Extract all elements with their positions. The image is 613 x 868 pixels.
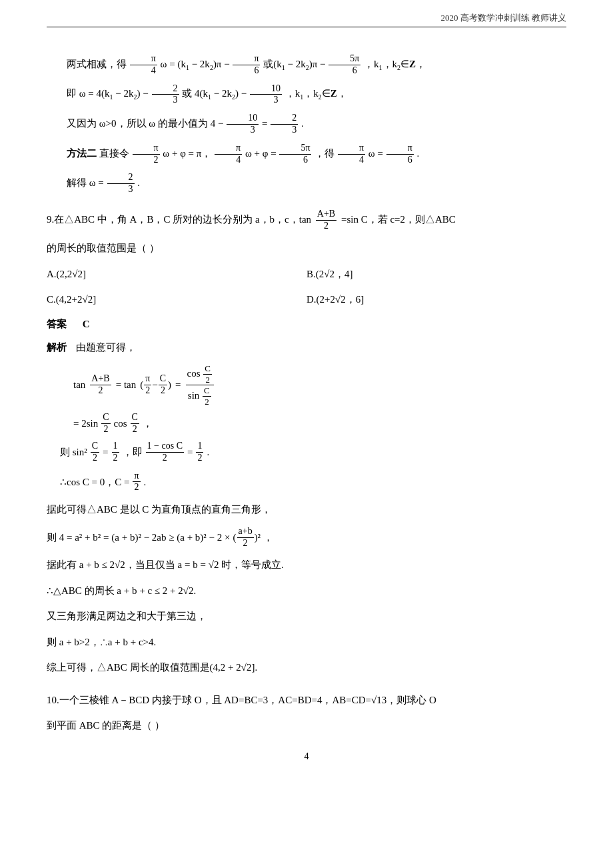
line-ab-bound: 据此有 a + b ≤ 2√2，当且仅当 a = b = √2 时，等号成立. xyxy=(47,555,566,575)
q9-line1: 9.在△ABC 中，角 A，B，C 所对的边长分别为 a，b，c，tan A+B… xyxy=(47,209,566,232)
q9-text3: 的周长的取值范围是（ ） xyxy=(47,243,159,253)
method2-label: 方法二 xyxy=(67,148,97,159)
page-number: 4 xyxy=(305,751,309,762)
q10-text2: 到平面 ABC 的距离是（ ） xyxy=(47,720,165,731)
option-b: B.(2√2，4] xyxy=(306,264,566,284)
analysis-text: 由题意可得， xyxy=(76,342,136,353)
formula-block1: tan A+B2 = tan (π2 − C2) = cos C2 sin C2 xyxy=(73,363,566,407)
main-content: 两式相减，得 π4 ω = (k1 − 2k2)π − π6 或(k1 − 2k… xyxy=(47,53,566,735)
options-row: A.(2,2√2] B.(2√2，4] xyxy=(47,264,566,284)
line-solution: 解得 ω = 23 . xyxy=(47,172,566,195)
answer-label: 答案 xyxy=(47,319,67,329)
method2-text: 直接令 xyxy=(99,148,132,159)
line-perimeter-bound: ∴△ABC 的周长 a + b + c ≤ 2 + 2√2. xyxy=(47,581,566,601)
line-cosC: ∴cos C = 0，C = π2 . xyxy=(60,471,566,494)
line-right-triangle: 据此可得△ABC 是以 C 为直角顶点的直角三角形， xyxy=(47,500,566,519)
line-ab-gt2: 则 a + b>2，∴a + b + c>4. xyxy=(47,633,566,652)
line-subtract: 两式相减，得 π4 ω = (k1 − 2k2)π − π6 或(k1 − 2k… xyxy=(47,53,566,77)
header-title: 2020 高考数学冲刺训练 教师讲义 xyxy=(441,13,567,23)
option-a: A.(2,2√2] xyxy=(47,264,306,284)
analysis-label: 解析 xyxy=(47,342,67,353)
q9-line2: 的周长的取值范围是（ ） xyxy=(47,239,566,258)
option-c: C.(4,2+2√2] xyxy=(47,289,306,309)
header: 2020 高考数学冲刺训练 教师讲义 xyxy=(47,12,566,27)
line-inequality: 则 4 = a² + b² = (a + b)² − 2ab ≥ (a + b)… xyxy=(47,526,566,549)
option-d: D.(2+2√2，6] xyxy=(306,289,566,309)
formula-sin2: 则 sin² C2 = 12 ，即 1 − cos C2 = 12 . xyxy=(60,441,566,464)
answer-value: C xyxy=(83,319,90,329)
analysis-line: 解析 由题意可得， xyxy=(47,338,566,357)
text-solution: 解得 ω = xyxy=(67,177,107,188)
formula-subtract: π4 ω = (k1 − 2k2)π − π6 或(k1 − 2k2)π − 5… xyxy=(129,59,426,69)
text-omega: 即 ω = 4(k1 − 2k2) − xyxy=(67,88,151,99)
line-omega: 即 ω = 4(k1 − 2k2) − 23 或 4(k1 − 2k2) − 1… xyxy=(47,83,566,107)
options-row2: C.(4,2+2√2] D.(2+2√2，6] xyxy=(47,289,566,309)
q9-text2: =sin C，若 c=2，则△ABC xyxy=(341,214,456,225)
page: 2020 高考数学冲刺训练 教师讲义 两式相减，得 π4 ω = (k1 − 2… xyxy=(0,0,613,782)
line-triangle-ineq: 又三角形满足两边之和大于第三边， xyxy=(47,607,566,626)
text-subtract: 两式相减，得 xyxy=(67,59,129,69)
line-omega-min: 又因为 ω>0，所以 ω 的最小值为 4 − 103 = 23 . xyxy=(47,113,566,136)
line-method2: 方法二 直接令 π2 ω + φ = π， π4 ω + φ = 5π6 ，得 … xyxy=(47,143,566,166)
text-omega3: ，k1，k2∈Z， xyxy=(285,88,347,99)
q10-text1: 10.一个三棱锥 A－BCD 内接于球 O，且 AD=BC=3，AC=BD=4，… xyxy=(47,695,436,705)
line-conclusion: 综上可得，△ABC 周长的取值范围是(4,2 + 2√2]. xyxy=(47,658,566,677)
q9-text1: 9.在△ABC 中，角 A，B，C 所对的边长分别为 a，b，c，tan xyxy=(47,214,311,225)
answer-line: 答案 C xyxy=(47,315,566,334)
q10-line1: 10.一个三棱锥 A－BCD 内接于球 O，且 AD=BC=3，AC=BD=4，… xyxy=(47,691,566,710)
formula-block2: = 2sin C2 cos C2 ， xyxy=(73,412,566,435)
q10-line2: 到平面 ABC 的距离是（ ） xyxy=(47,716,566,735)
text-omega2: 或 4(k1 − 2k2) − xyxy=(182,88,249,99)
text-omega-min: 又因为 ω>0，所以 ω 的最小值为 4 − xyxy=(67,118,226,129)
